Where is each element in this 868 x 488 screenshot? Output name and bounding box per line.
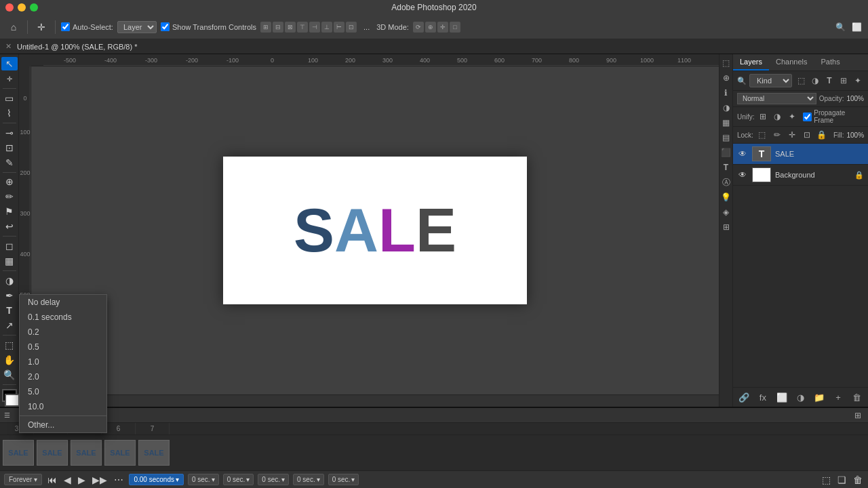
new-group-icon[interactable]: 📁 — [812, 390, 826, 404]
delay-100[interactable]: 10.0 — [20, 399, 106, 414]
color-icon[interactable]: ◑ — [720, 102, 732, 114]
zoom-tool[interactable]: 🔍 — [1, 368, 18, 382]
timeline-settings-icon[interactable]: ⊞ — [852, 409, 864, 422]
delete-frame-btn[interactable]: 🗑 — [852, 473, 864, 487]
align-center-h-icon[interactable]: ⊟ — [273, 22, 283, 33]
distribute-icon[interactable]: ⊢ — [334, 22, 344, 33]
lock-all-icon[interactable]: 🔒 — [816, 129, 828, 141]
delay-20[interactable]: 2.0 — [20, 369, 106, 384]
crop-tool[interactable]: ⊡ — [1, 141, 18, 155]
pen-tool[interactable]: ✒ — [1, 289, 18, 302]
more-options-btn[interactable]: ... — [361, 22, 372, 33]
frame-5[interactable]: SALE — [71, 440, 102, 466]
eraser-tool[interactable]: ◻ — [1, 239, 18, 253]
pixel-filter-icon[interactable]: ⬚ — [795, 75, 807, 87]
blend-mode-select[interactable]: Normal — [737, 93, 816, 104]
delay-01s[interactable]: 0.1 seconds — [20, 310, 106, 325]
align-center-v-icon[interactable]: ⊣ — [309, 22, 320, 33]
lock-position-icon[interactable]: ✛ — [786, 129, 798, 141]
tab-layers[interactable]: Layers — [733, 54, 769, 70]
lock-transparent-icon[interactable]: ⬚ — [756, 129, 768, 141]
frame-delay-active-btn[interactable]: 0.00 seconds ▾ — [129, 474, 184, 485]
go-next-btn[interactable]: ▶▶ — [91, 473, 108, 487]
frame-6[interactable]: SALE — [104, 440, 136, 466]
auto-select-checkbox[interactable]: Auto-Select: — [61, 22, 113, 31]
minimize-button[interactable] — [18, 3, 26, 12]
delay-10[interactable]: 1.0 — [20, 354, 106, 369]
show-transform-checkbox[interactable]: Show Transform Controls — [161, 22, 256, 31]
layer-background[interactable]: 👁 Background 🔒 — [733, 165, 868, 186]
swatches-icon[interactable]: ▦ — [720, 117, 732, 129]
smart-filter-icon[interactable]: ✦ — [852, 75, 864, 87]
visibility-icon-bg[interactable]: 👁 — [737, 169, 748, 180]
3d-icon3[interactable]: ✛ — [437, 22, 448, 33]
delay-other[interactable]: Other... — [20, 418, 106, 432]
3d-icon4[interactable]: □ — [450, 22, 460, 33]
history-brush[interactable]: ↩ — [1, 220, 18, 233]
add-mask-icon[interactable]: ⬜ — [775, 390, 789, 404]
filter-kind-select[interactable]: Kind — [749, 74, 792, 87]
unify-pos-icon[interactable]: ⊞ — [757, 110, 769, 123]
new-layer-icon[interactable]: + — [831, 390, 845, 404]
link-layers-icon[interactable]: 🔗 — [737, 390, 751, 404]
visibility-icon-sale[interactable]: 👁 — [737, 148, 748, 159]
type-filter-icon[interactable]: T — [823, 75, 835, 87]
maximize-button[interactable] — [30, 3, 38, 12]
align-top-icon[interactable]: ⊤ — [297, 22, 308, 33]
delay-0-frame3[interactable]: 0 sec.▾ — [188, 474, 219, 485]
copy-frame-btn[interactable]: ❏ — [836, 473, 848, 487]
tween-btn[interactable]: ⋯ — [113, 473, 125, 487]
hand-tool[interactable]: ✋ — [1, 353, 18, 367]
quick-select-tool[interactable]: ⊸ — [1, 126, 18, 140]
layers-icon[interactable]: ⬚ — [720, 57, 732, 69]
delay-0-frame4[interactable]: 0 sec.▾ — [223, 474, 254, 485]
delay-0-frame6[interactable]: 0 sec.▾ — [293, 474, 324, 485]
propagate-checkbox[interactable]: Propagate Frame — [803, 109, 864, 124]
align-left-icon[interactable]: ⊞ — [260, 22, 271, 33]
delay-nodelay[interactable]: No delay — [20, 295, 106, 310]
adj-layer-icon[interactable]: ◑ — [793, 390, 807, 404]
align-bottom-icon[interactable]: ⊥ — [321, 22, 332, 33]
gradient-tool[interactable]: ▦ — [1, 254, 18, 268]
character-icon[interactable]: Ⓐ — [720, 176, 732, 188]
home-icon[interactable]: ⌂ — [5, 19, 22, 35]
marquee-tool[interactable]: ▭ — [1, 92, 18, 105]
tab-channels[interactable]: Channels — [769, 54, 814, 70]
eyedropper-tool[interactable]: ✎ — [1, 156, 18, 169]
layer-style-icon[interactable]: fx — [756, 390, 770, 404]
loop-button[interactable]: Forever ▾ — [4, 474, 42, 485]
type-tool[interactable]: T — [1, 304, 18, 317]
delay-50[interactable]: 5.0 — [20, 384, 106, 399]
artboard-tool[interactable]: ✛ — [1, 72, 18, 85]
frame-7[interactable]: SALE — [138, 440, 170, 466]
dodge-tool[interactable]: ◑ — [1, 274, 18, 287]
frame-3[interactable]: SALE — [3, 440, 34, 466]
shape-filter-icon[interactable]: ⊞ — [837, 75, 850, 87]
3d-icon1[interactable]: ⟳ — [413, 22, 424, 33]
clone-tool[interactable]: ⚑ — [1, 205, 18, 218]
unify-style-icon[interactable]: ✦ — [786, 110, 797, 123]
search-icon[interactable]: 🔍 — [834, 21, 846, 33]
cube-icon[interactable]: ◈ — [720, 206, 732, 218]
layer-sale[interactable]: 👁 T SALE — [733, 144, 868, 165]
bulb-icon[interactable]: 💡 — [720, 191, 732, 203]
frame-4[interactable]: SALE — [37, 440, 68, 466]
lock-artboard-icon[interactable]: ⊡ — [801, 129, 813, 141]
close-button[interactable] — [5, 3, 14, 12]
lock-image-icon[interactable]: ✏ — [771, 129, 783, 141]
background-color[interactable] — [5, 394, 20, 407]
healing-tool[interactable]: ⊕ — [1, 175, 18, 188]
adjust-filter-icon[interactable]: ◑ — [809, 75, 821, 87]
go-first-btn[interactable]: ⏮ — [46, 473, 58, 487]
delete-layer-icon[interactable]: 🗑 — [850, 390, 864, 404]
export-icon[interactable]: ⊞ — [720, 221, 732, 233]
move-tool-icon[interactable]: ✛ — [33, 19, 50, 35]
document-tab-label[interactable]: Untitled-1 @ 100% (SALE, RGB/8) * — [17, 43, 137, 51]
lasso-tool[interactable]: ⌇ — [1, 106, 18, 120]
new-layer-tl-btn[interactable]: ⬚ — [821, 473, 832, 487]
info-icon[interactable]: ℹ — [720, 87, 732, 99]
3d-icon2[interactable]: ⊕ — [425, 22, 436, 33]
arrange-icon[interactable]: ⊡ — [346, 22, 357, 33]
delay-0-frame7[interactable]: 0 sec.▾ — [328, 474, 359, 485]
delay-0-frame5[interactable]: 0 sec.▾ — [258, 474, 289, 485]
